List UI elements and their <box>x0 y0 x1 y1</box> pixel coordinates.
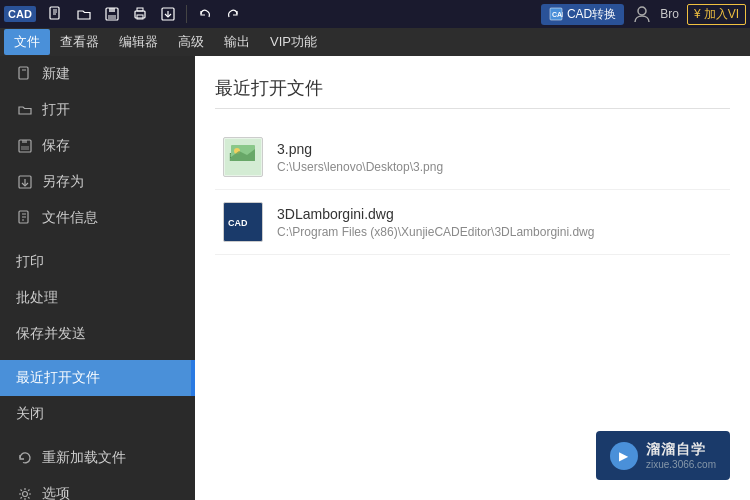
sidebar-item-fileinfo[interactable]: 文件信息 <box>0 200 195 236</box>
menu-editor[interactable]: 编辑器 <box>109 29 168 55</box>
cad-convert-button[interactable]: CAD CAD转换 <box>541 4 624 25</box>
content-title: 最近打开文件 <box>215 76 730 109</box>
svg-rect-18 <box>22 140 27 143</box>
titlebar: CAD CAD CAD转换 Bro ¥ 加入VI <box>0 0 750 28</box>
menu-vip[interactable]: VIP功能 <box>260 29 327 55</box>
file-path-1: C:\Program Files (x86)\XunjieCADEditor\3… <box>277 225 594 239</box>
file-name-0: 3.png <box>277 141 443 157</box>
redo-button[interactable] <box>221 3 245 25</box>
undo-button[interactable] <box>193 3 217 25</box>
dwg-file-icon: CAD <box>223 202 263 242</box>
new-file-icon <box>16 65 34 83</box>
svg-rect-0 <box>50 7 59 19</box>
sidebar-item-save[interactable]: 保存 <box>0 128 195 164</box>
recent-file-item-0[interactable]: PNG 3.png C:\Users\lenovo\Desktop\3.png <box>215 125 730 190</box>
watermark-sub-text: zixue.3066.com <box>646 459 716 470</box>
svg-rect-19 <box>21 146 29 150</box>
file-info-0: 3.png C:\Users\lenovo\Desktop\3.png <box>277 141 443 174</box>
watermark-main-text: 溜溜自学 <box>646 441 716 459</box>
save-button[interactable] <box>100 3 124 25</box>
sidebar-item-open[interactable]: 打开 <box>0 92 195 128</box>
cad-logo-icon: CAD <box>8 8 32 20</box>
person-icon <box>632 4 652 24</box>
svg-rect-15 <box>19 67 28 79</box>
menu-advanced[interactable]: 高级 <box>168 29 214 55</box>
svg-rect-5 <box>109 8 115 12</box>
sidebar-item-batch[interactable]: 批处理 <box>0 280 195 316</box>
menu-output[interactable]: 输出 <box>214 29 260 55</box>
fileinfo-icon <box>16 209 34 227</box>
file-name-1: 3DLamborgini.dwg <box>277 206 594 222</box>
sidebar: 新建 打开 保存 另存为 文件信息 <box>0 56 195 500</box>
bro-button[interactable]: Bro <box>660 7 679 21</box>
new-doc-button[interactable] <box>44 3 68 25</box>
recent-file-item-1[interactable]: CAD 3DLamborgini.dwg C:\Program Files (x… <box>215 190 730 255</box>
sidebar-item-print[interactable]: 打印 <box>0 244 195 280</box>
saveas-icon <box>16 173 34 191</box>
svg-point-26 <box>23 492 28 497</box>
menu-file[interactable]: 文件 <box>4 29 50 55</box>
content-area: 最近打开文件 PNG 3.png C:\Users\lenovo\Desktop… <box>195 56 750 500</box>
open-folder-icon <box>16 101 34 119</box>
menubar: 文件 查看器 编辑器 高级 输出 VIP功能 <box>0 28 750 56</box>
sidebar-item-reload[interactable]: 重新加载文件 <box>0 440 195 476</box>
sidebar-item-close[interactable]: 关闭 <box>0 396 195 432</box>
svg-text:CAD: CAD <box>552 11 563 18</box>
main-layout: 新建 打开 保存 另存为 文件信息 <box>0 56 750 500</box>
sidebar-item-saveas[interactable]: 另存为 <box>0 164 195 200</box>
export-button[interactable] <box>156 3 180 25</box>
print-button[interactable] <box>128 3 152 25</box>
svg-text:CAD: CAD <box>228 218 248 228</box>
open-button[interactable] <box>72 3 96 25</box>
sidebar-item-send[interactable]: 保存并发送 <box>0 316 195 352</box>
file-info-1: 3DLamborgini.dwg C:\Program Files (x86)\… <box>277 206 594 239</box>
sidebar-item-options[interactable]: 选项 <box>0 476 195 500</box>
menu-viewer[interactable]: 查看器 <box>50 29 109 55</box>
watermark-banner: ▶ 溜溜自学 zixue.3066.com <box>596 431 730 480</box>
sidebar-item-new[interactable]: 新建 <box>0 56 195 92</box>
settings-gear-icon <box>16 485 34 500</box>
watermark-text-group: 溜溜自学 zixue.3066.com <box>646 441 716 470</box>
svg-point-14 <box>638 7 646 15</box>
watermark-play-icon: ▶ <box>610 442 638 470</box>
reload-icon <box>16 449 34 467</box>
png-file-icon: PNG <box>223 137 263 177</box>
svg-rect-8 <box>137 8 143 11</box>
join-vip-button[interactable]: ¥ 加入VI <box>687 4 746 25</box>
svg-rect-6 <box>108 15 116 19</box>
file-path-0: C:\Users\lenovo\Desktop\3.png <box>277 160 443 174</box>
save-file-icon <box>16 137 34 155</box>
titlebar-right: CAD CAD转换 Bro ¥ 加入VI <box>541 4 746 25</box>
app-logo: CAD <box>4 6 36 22</box>
sidebar-item-recent[interactable]: 最近打开文件 <box>0 360 195 396</box>
